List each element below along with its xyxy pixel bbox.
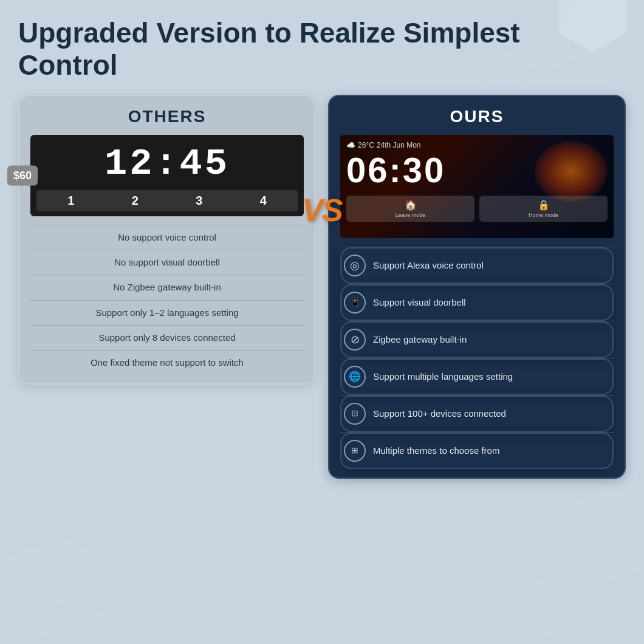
- home-mode-btn: 🔒 Home mode: [479, 196, 608, 222]
- others-card-title: OTHERS: [30, 107, 304, 126]
- ours-feature-1: ◎ Support Alexa voice control: [340, 247, 614, 284]
- others-btn-2: 2: [123, 194, 147, 208]
- ours-feature-text-2: Support visual doorbell: [373, 296, 610, 309]
- ours-feature-4: 🌐 Support multiple languages setting: [340, 358, 614, 395]
- ours-time-display: 06:30: [346, 151, 608, 190]
- ours-screen: ☁️ 26°C 24th Jun Mon 06:30 🏠 Leave mode …: [340, 135, 614, 238]
- ours-feature-5: ⊡ Support 100+ devices connected: [340, 396, 614, 432]
- leave-mode-label: Leave mode: [352, 212, 468, 218]
- home-mode-label: Home mode: [485, 212, 601, 218]
- others-feature-6: One fixed theme not support to switch: [30, 351, 304, 375]
- others-card: OTHERS $60 12:45 1 2 3 4 No support voic…: [18, 95, 316, 385]
- others-feature-2: No support visual doorbell: [30, 250, 304, 275]
- others-feature-4: Support only 1–2 languages setting: [30, 301, 304, 325]
- alexa-icon-circle: ◎: [344, 255, 366, 276]
- weather-date: 24th Jun Mon: [377, 141, 421, 149]
- price-tag: $60: [7, 165, 38, 185]
- language-icon-circle: 🌐: [344, 366, 366, 388]
- screen-content: ☁️ 26°C 24th Jun Mon 06:30 🏠 Leave mode …: [346, 141, 608, 222]
- ours-card-title: OURS: [340, 107, 614, 126]
- page-wrapper: Upgraded Version to Realize Simplest Con…: [0, 0, 644, 491]
- weather-temp: 26°C: [358, 141, 374, 149]
- page-title: Upgraded Version to Realize Simplest Con…: [18, 17, 626, 81]
- devices-icon-circle: ⊡: [344, 403, 366, 425]
- ours-feature-3: ⊘ Zigbee gateway built-in: [340, 321, 614, 358]
- others-screen: $60 12:45 1 2 3 4: [30, 135, 304, 216]
- vs-badge: VS: [302, 192, 341, 228]
- ours-feature-text-6: Multiple themes to choose from: [373, 445, 610, 457]
- weather-info: ☁️ 26°C 24th Jun Mon: [346, 141, 608, 149]
- others-buttons: 1 2 3 4: [36, 190, 298, 211]
- leave-icon: 🏠: [352, 199, 468, 211]
- others-btn-3: 3: [187, 194, 211, 208]
- others-time-display: 12:45: [36, 142, 298, 185]
- doorbell-icon-circle: 📱: [344, 292, 366, 313]
- ours-feature-text-4: Support multiple languages setting: [373, 371, 610, 383]
- others-feature-5: Support only 8 devices connected: [30, 326, 304, 350]
- ours-feature-text-3: Zigbee gateway built-in: [373, 334, 610, 346]
- home-icon: 🔒: [485, 199, 601, 211]
- zigbee-icon-circle: ⊘: [344, 329, 366, 351]
- others-feature-1: No support voice control: [30, 225, 304, 250]
- ours-modes: 🏠 Leave mode 🔒 Home mode: [346, 196, 608, 222]
- comparison-cards: VS OTHERS $60 12:45 1 2 3 4 No support v…: [18, 95, 626, 479]
- themes-icon-circle: ⊞: [344, 440, 366, 462]
- others-btn-4: 4: [251, 194, 275, 208]
- ours-feature-6: ⊞ Multiple themes to choose from: [340, 433, 614, 469]
- others-btn-1: 1: [59, 194, 83, 208]
- ours-feature-text-1: Support Alexa voice control: [373, 259, 610, 272]
- ours-card: OURS ☁️ 26°C 24th Jun Mon 06:30 🏠 Lea: [328, 95, 626, 479]
- ours-feature-2: 📱 Support visual doorbell: [340, 284, 614, 321]
- leave-mode-btn: 🏠 Leave mode: [346, 196, 474, 222]
- others-feature-3: No Zigbee gateway built-in: [30, 275, 304, 300]
- ours-feature-text-5: Support 100+ devices connected: [373, 408, 610, 420]
- weather-icon: ☁️: [346, 141, 355, 149]
